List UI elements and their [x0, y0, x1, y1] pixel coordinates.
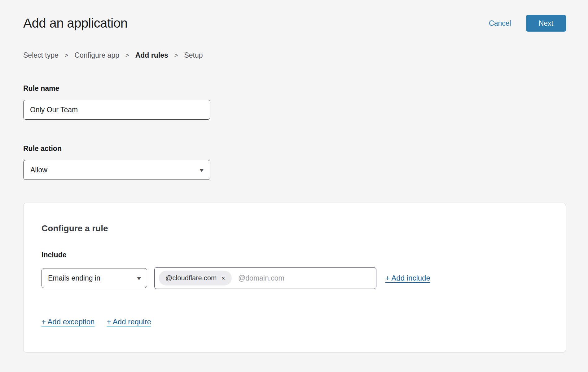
next-button[interactable]: Next [526, 15, 566, 32]
breadcrumb-step-add-rules: Add rules [135, 51, 168, 60]
rule-action-label: Rule action [23, 144, 566, 153]
include-label: Include [42, 251, 548, 259]
include-criteria-value: Emails ending in [48, 274, 100, 282]
rule-action-select[interactable]: Allow ▾ [23, 160, 210, 180]
breadcrumb-separator: > [125, 52, 129, 59]
page: Add an application Cancel Next Select ty… [0, 0, 588, 352]
page-header: Add an application Cancel Next [23, 0, 566, 32]
rule-name-label: Rule name [23, 84, 566, 93]
breadcrumb-separator: > [65, 52, 68, 59]
card-title: Configure a rule [42, 224, 548, 233]
page-title: Add an application [23, 16, 128, 31]
chevron-down-icon: ▾ [200, 167, 204, 173]
breadcrumb-step-configure-app[interactable]: Configure app [74, 51, 119, 60]
email-domain-chip: @cloudflare.com ✕ [159, 271, 232, 286]
rule-name-input[interactable] [23, 100, 210, 120]
configure-rule-card: Configure a rule Include Emails ending i… [23, 203, 566, 352]
include-rule-row: Emails ending in ▾ @cloudflare.com ✕ + A… [42, 267, 548, 289]
include-criteria-select[interactable]: Emails ending in ▾ [42, 268, 147, 288]
add-exception-link[interactable]: + Add exception [42, 317, 94, 326]
remove-chip-icon[interactable]: ✕ [221, 276, 225, 281]
add-include-link[interactable]: + Add include [385, 274, 430, 282]
cancel-button[interactable]: Cancel [489, 19, 511, 28]
breadcrumb: Select type > Configure app > Add rules … [23, 51, 566, 60]
breadcrumb-step-setup[interactable]: Setup [184, 51, 203, 60]
chip-label: @cloudflare.com [165, 274, 217, 282]
breadcrumb-separator: > [174, 52, 178, 59]
breadcrumb-step-select-type[interactable]: Select type [23, 51, 59, 60]
header-actions: Cancel Next [489, 15, 566, 32]
email-domain-input[interactable] [238, 274, 372, 282]
rule-action-value: Allow [30, 166, 47, 174]
rule-links-row: + Add exception + Add require [42, 317, 548, 326]
email-domain-input-box[interactable]: @cloudflare.com ✕ [154, 267, 376, 289]
chevron-down-icon: ▾ [137, 275, 141, 281]
add-require-link[interactable]: + Add require [107, 317, 151, 326]
